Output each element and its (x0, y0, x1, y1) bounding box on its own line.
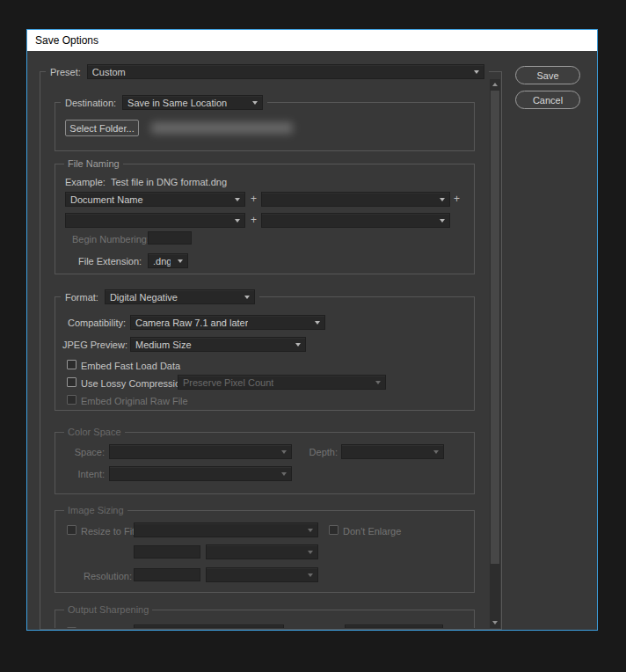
chevron-down-icon (252, 101, 258, 105)
window-title: Save Options (35, 34, 98, 47)
destination-row: Destination: Save in Same Location (61, 94, 267, 111)
format-value: Digital Negative (110, 292, 178, 303)
embed-original-raw-label: Embed Original Raw File (81, 396, 188, 406)
embed-fast-load-checkbox[interactable] (67, 360, 76, 369)
use-lossy-compression-label: Use Lossy Compression: (81, 378, 188, 389)
chevron-down-icon (178, 259, 183, 263)
chevron-down-icon (281, 450, 287, 454)
depth-select (341, 444, 444, 459)
chevron-down-icon (308, 529, 313, 532)
cancel-button[interactable]: Cancel (515, 91, 580, 109)
format-select[interactable]: Digital Negative (105, 289, 255, 304)
resolution-unit-select (206, 567, 318, 582)
compatibility-value: Camera Raw 7.1 and later (135, 318, 248, 328)
select-folder-button[interactable]: Select Folder... (65, 120, 139, 136)
embed-fast-load-label: Embed Fast Load Data (81, 361, 180, 371)
chevron-down-icon (235, 198, 240, 201)
size-width-input (134, 545, 200, 559)
plus-separator: + (251, 215, 257, 225)
filename-token-1-select[interactable]: Document Name (65, 192, 245, 207)
chevron-down-icon (244, 296, 250, 299)
intent-select (109, 466, 292, 481)
size-unit-select (206, 544, 318, 559)
embed-original-raw-checkbox (67, 395, 76, 405)
format-label: Format: (65, 292, 98, 303)
example-label: Example: (65, 177, 106, 187)
intent-label: Intent: (62, 469, 105, 479)
begin-numbering-input[interactable] (148, 231, 192, 245)
image-sizing-group: Image Sizing Resize to Fit: Don't Enlarg… (55, 510, 475, 593)
destination-select[interactable]: Save in Same Location (122, 95, 263, 110)
output-sharpening-group: Output Sharpening Sharpen For: Amount: (55, 610, 475, 628)
file-extension-label: File Extension: (78, 256, 142, 267)
use-lossy-compression-value: Preserve Pixel Count (183, 377, 273, 388)
chevron-down-icon (315, 321, 320, 325)
destination-label: Destination: (65, 98, 116, 108)
use-lossy-compression-select: Preserve Pixel Count (178, 375, 386, 390)
amount-select (345, 625, 443, 628)
dialog-body: Save Cancel Preset: Custom Destination: … (27, 51, 597, 630)
color-space-group: Color Space Space: Depth: Intent: (55, 432, 475, 494)
scroll-up-button[interactable] (490, 79, 500, 90)
space-label: Space: (62, 447, 105, 457)
example-value: Test file in DNG format.dng (111, 177, 227, 187)
chevron-down-icon (433, 450, 439, 454)
title-bar: Save Options (27, 30, 597, 51)
chevron-down-icon (295, 343, 301, 347)
arrow-up-icon (492, 83, 498, 86)
plus-separator: + (251, 194, 257, 204)
chevron-down-icon (440, 198, 445, 201)
file-extension-value: .dng (153, 256, 171, 267)
scroll-down-button[interactable] (490, 617, 500, 628)
plus-separator: + (454, 194, 460, 204)
jpeg-preview-label: JPEG Preview: (62, 340, 126, 350)
output-sharpening-legend: Output Sharpening (64, 603, 152, 616)
dont-enlarge-checkbox (329, 525, 338, 535)
scrollbar-thumb[interactable] (491, 91, 499, 564)
chevron-down-icon (308, 573, 313, 577)
chevron-down-icon (281, 472, 287, 476)
save-button[interactable]: Save (515, 66, 580, 84)
preset-group: Preset: Custom Destination: Save in Same… (40, 71, 502, 630)
resize-to-fit-select (134, 522, 318, 537)
compatibility-select[interactable]: Camera Raw 7.1 and later (130, 315, 325, 330)
resize-to-fit-label: Resize to Fit: (81, 526, 137, 537)
destination-group: Destination: Save in Same Location Selec… (55, 102, 475, 151)
use-lossy-compression-checkbox[interactable] (67, 377, 76, 387)
redacted-folder-path (151, 122, 293, 134)
filename-token-1-value: Document Name (70, 194, 143, 205)
begin-numbering-label: Begin Numbering: (72, 234, 149, 245)
filename-token-3-select[interactable] (65, 213, 245, 228)
format-group: Format: Digital Negative Compatibility: … (55, 296, 475, 411)
chevron-down-icon (308, 551, 313, 554)
sharpen-for-select (134, 625, 284, 628)
scroll-viewport: Destination: Save in Same Location Selec… (41, 73, 486, 628)
save-options-dialog: Save Options Save Cancel Preset: Custom … (26, 29, 598, 631)
destination-value: Save in Same Location (127, 98, 227, 108)
depth-label: Depth: (302, 447, 338, 457)
format-row: Format: Digital Negative (61, 289, 259, 305)
color-space-legend: Color Space (64, 426, 125, 438)
scrollbar[interactable] (490, 79, 500, 628)
resolution-input (134, 568, 200, 581)
filename-token-2-select[interactable] (261, 192, 450, 207)
jpeg-preview-select[interactable]: Medium Size (130, 337, 306, 352)
file-naming-group: File Naming Example: Test file in DNG fo… (55, 164, 475, 274)
jpeg-preview-value: Medium Size (135, 340, 192, 350)
compatibility-label: Compatibility: (62, 318, 126, 328)
sharpen-for-checkbox (67, 627, 76, 628)
filename-token-4-select[interactable] (261, 213, 450, 228)
dont-enlarge-label: Don't Enlarge (343, 526, 401, 537)
chevron-down-icon (440, 219, 445, 223)
chevron-down-icon (235, 219, 240, 223)
image-sizing-legend: Image Sizing (64, 504, 127, 516)
chevron-down-icon (375, 381, 381, 384)
resolution-label: Resolution: (62, 571, 132, 581)
resize-to-fit-checkbox (67, 525, 76, 535)
arrow-down-icon (492, 621, 498, 625)
file-extension-select[interactable]: .dng (148, 253, 188, 268)
space-select (109, 444, 292, 459)
file-naming-legend: File Naming (64, 157, 123, 170)
